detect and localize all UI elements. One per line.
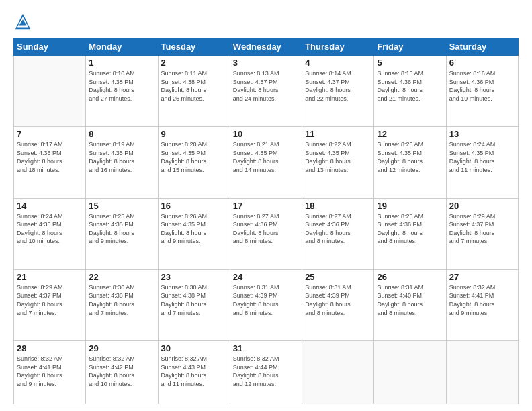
day-info: Sunrise: 8:30 AM Sunset: 4:38 PM Dayligh… bbox=[89, 283, 154, 317]
calendar-cell: 2Sunrise: 8:11 AM Sunset: 4:38 PM Daylig… bbox=[158, 56, 230, 127]
calendar-cell: 13Sunrise: 8:24 AM Sunset: 4:35 PM Dayli… bbox=[446, 127, 518, 198]
calendar-cell: 15Sunrise: 8:25 AM Sunset: 4:35 PM Dayli… bbox=[86, 198, 158, 269]
day-number: 17 bbox=[233, 201, 299, 211]
calendar-cell: 29Sunrise: 8:32 AM Sunset: 4:42 PM Dayli… bbox=[86, 341, 158, 404]
calendar-cell: 18Sunrise: 8:27 AM Sunset: 4:36 PM Dayli… bbox=[302, 198, 374, 269]
calendar-cell bbox=[14, 56, 86, 127]
day-info: Sunrise: 8:31 AM Sunset: 4:40 PM Dayligh… bbox=[377, 283, 443, 317]
day-number: 11 bbox=[305, 129, 371, 139]
weekday-header-tuesday: Tuesday bbox=[158, 38, 230, 56]
calendar-cell: 24Sunrise: 8:31 AM Sunset: 4:39 PM Dayli… bbox=[230, 269, 302, 340]
day-number: 7 bbox=[17, 129, 83, 139]
day-number: 31 bbox=[233, 343, 299, 353]
day-info: Sunrise: 8:21 AM Sunset: 4:35 PM Dayligh… bbox=[233, 140, 299, 174]
weekday-header-monday: Monday bbox=[86, 38, 158, 56]
weekday-header-saturday: Saturday bbox=[446, 38, 518, 56]
calendar-cell: 7Sunrise: 8:17 AM Sunset: 4:36 PM Daylig… bbox=[14, 127, 86, 198]
calendar-cell: 20Sunrise: 8:29 AM Sunset: 4:37 PM Dayli… bbox=[446, 198, 518, 269]
day-info: Sunrise: 8:17 AM Sunset: 4:36 PM Dayligh… bbox=[17, 140, 83, 174]
calendar-cell: 31Sunrise: 8:32 AM Sunset: 4:44 PM Dayli… bbox=[230, 341, 302, 404]
day-info: Sunrise: 8:10 AM Sunset: 4:38 PM Dayligh… bbox=[89, 69, 154, 103]
day-number: 2 bbox=[161, 58, 227, 68]
day-info: Sunrise: 8:13 AM Sunset: 4:37 PM Dayligh… bbox=[233, 69, 299, 103]
weekday-header-friday: Friday bbox=[374, 38, 446, 56]
calendar-cell: 8Sunrise: 8:19 AM Sunset: 4:35 PM Daylig… bbox=[86, 127, 158, 198]
day-number: 14 bbox=[17, 201, 83, 211]
day-info: Sunrise: 8:15 AM Sunset: 4:36 PM Dayligh… bbox=[377, 69, 443, 103]
day-number: 1 bbox=[89, 58, 154, 68]
calendar-cell bbox=[446, 341, 518, 404]
day-number: 6 bbox=[449, 58, 515, 68]
day-number: 27 bbox=[449, 272, 515, 282]
day-number: 26 bbox=[377, 272, 443, 282]
day-info: Sunrise: 8:23 AM Sunset: 4:35 PM Dayligh… bbox=[377, 140, 443, 174]
weekday-header-sunday: Sunday bbox=[14, 38, 86, 56]
day-info: Sunrise: 8:32 AM Sunset: 4:44 PM Dayligh… bbox=[233, 355, 299, 388]
calendar-cell: 6Sunrise: 8:16 AM Sunset: 4:36 PM Daylig… bbox=[446, 56, 518, 127]
logo bbox=[13, 12, 34, 31]
calendar-cell: 1Sunrise: 8:10 AM Sunset: 4:38 PM Daylig… bbox=[86, 56, 158, 127]
calendar-cell: 21Sunrise: 8:29 AM Sunset: 4:37 PM Dayli… bbox=[14, 269, 86, 340]
weekday-header-row: SundayMondayTuesdayWednesdayThursdayFrid… bbox=[14, 38, 519, 56]
day-info: Sunrise: 8:30 AM Sunset: 4:38 PM Dayligh… bbox=[161, 283, 227, 317]
calendar-cell: 9Sunrise: 8:20 AM Sunset: 4:35 PM Daylig… bbox=[158, 127, 230, 198]
day-number: 15 bbox=[89, 201, 154, 211]
calendar-cell bbox=[302, 341, 374, 404]
calendar-cell: 3Sunrise: 8:13 AM Sunset: 4:37 PM Daylig… bbox=[230, 56, 302, 127]
calendar-cell: 23Sunrise: 8:30 AM Sunset: 4:38 PM Dayli… bbox=[158, 269, 230, 340]
logo-icon bbox=[13, 12, 32, 31]
calendar-cell: 27Sunrise: 8:32 AM Sunset: 4:41 PM Dayli… bbox=[446, 269, 518, 340]
day-info: Sunrise: 8:16 AM Sunset: 4:36 PM Dayligh… bbox=[449, 69, 515, 103]
day-info: Sunrise: 8:27 AM Sunset: 4:36 PM Dayligh… bbox=[305, 212, 371, 246]
day-info: Sunrise: 8:24 AM Sunset: 4:35 PM Dayligh… bbox=[449, 140, 515, 174]
page: SundayMondayTuesdayWednesdayThursdayFrid… bbox=[0, 0, 532, 411]
calendar-cell: 17Sunrise: 8:27 AM Sunset: 4:36 PM Dayli… bbox=[230, 198, 302, 269]
calendar-week-4: 21Sunrise: 8:29 AM Sunset: 4:37 PM Dayli… bbox=[14, 269, 519, 340]
calendar-week-3: 14Sunrise: 8:24 AM Sunset: 4:35 PM Dayli… bbox=[14, 198, 519, 269]
calendar-week-1: 1Sunrise: 8:10 AM Sunset: 4:38 PM Daylig… bbox=[14, 56, 519, 127]
calendar-week-5: 28Sunrise: 8:32 AM Sunset: 4:41 PM Dayli… bbox=[14, 341, 519, 404]
weekday-header-wednesday: Wednesday bbox=[230, 38, 302, 56]
day-number: 3 bbox=[233, 58, 299, 68]
day-info: Sunrise: 8:25 AM Sunset: 4:35 PM Dayligh… bbox=[89, 212, 154, 246]
day-info: Sunrise: 8:32 AM Sunset: 4:42 PM Dayligh… bbox=[89, 355, 154, 388]
day-info: Sunrise: 8:32 AM Sunset: 4:41 PM Dayligh… bbox=[17, 355, 83, 388]
day-number: 30 bbox=[161, 343, 227, 353]
day-info: Sunrise: 8:32 AM Sunset: 4:43 PM Dayligh… bbox=[161, 355, 227, 388]
day-info: Sunrise: 8:20 AM Sunset: 4:35 PM Dayligh… bbox=[161, 140, 227, 174]
day-info: Sunrise: 8:31 AM Sunset: 4:39 PM Dayligh… bbox=[233, 283, 299, 317]
day-number: 18 bbox=[305, 201, 371, 211]
calendar-cell: 25Sunrise: 8:31 AM Sunset: 4:39 PM Dayli… bbox=[302, 269, 374, 340]
day-info: Sunrise: 8:19 AM Sunset: 4:35 PM Dayligh… bbox=[89, 140, 154, 174]
day-info: Sunrise: 8:27 AM Sunset: 4:36 PM Dayligh… bbox=[233, 212, 299, 246]
day-number: 20 bbox=[449, 201, 515, 211]
calendar-cell: 10Sunrise: 8:21 AM Sunset: 4:35 PM Dayli… bbox=[230, 127, 302, 198]
day-number: 4 bbox=[305, 58, 371, 68]
day-info: Sunrise: 8:31 AM Sunset: 4:39 PM Dayligh… bbox=[305, 283, 371, 317]
calendar-cell: 16Sunrise: 8:26 AM Sunset: 4:35 PM Dayli… bbox=[158, 198, 230, 269]
day-number: 23 bbox=[161, 272, 227, 282]
day-number: 24 bbox=[233, 272, 299, 282]
header bbox=[13, 12, 519, 31]
calendar-cell: 11Sunrise: 8:22 AM Sunset: 4:35 PM Dayli… bbox=[302, 127, 374, 198]
day-number: 19 bbox=[377, 201, 443, 211]
day-number: 29 bbox=[89, 343, 154, 353]
day-number: 28 bbox=[17, 343, 83, 353]
day-number: 5 bbox=[377, 58, 443, 68]
day-number: 21 bbox=[17, 272, 83, 282]
day-info: Sunrise: 8:11 AM Sunset: 4:38 PM Dayligh… bbox=[161, 69, 227, 103]
day-info: Sunrise: 8:26 AM Sunset: 4:35 PM Dayligh… bbox=[161, 212, 227, 246]
calendar-cell bbox=[374, 341, 446, 404]
calendar-cell: 26Sunrise: 8:31 AM Sunset: 4:40 PM Dayli… bbox=[374, 269, 446, 340]
day-info: Sunrise: 8:32 AM Sunset: 4:41 PM Dayligh… bbox=[449, 283, 515, 317]
calendar-cell: 12Sunrise: 8:23 AM Sunset: 4:35 PM Dayli… bbox=[374, 127, 446, 198]
day-number: 10 bbox=[233, 129, 299, 139]
calendar-cell: 28Sunrise: 8:32 AM Sunset: 4:41 PM Dayli… bbox=[14, 341, 86, 404]
calendar-cell: 4Sunrise: 8:14 AM Sunset: 4:37 PM Daylig… bbox=[302, 56, 374, 127]
day-info: Sunrise: 8:29 AM Sunset: 4:37 PM Dayligh… bbox=[17, 283, 83, 317]
calendar-cell: 14Sunrise: 8:24 AM Sunset: 4:35 PM Dayli… bbox=[14, 198, 86, 269]
day-number: 22 bbox=[89, 272, 154, 282]
calendar-cell: 30Sunrise: 8:32 AM Sunset: 4:43 PM Dayli… bbox=[158, 341, 230, 404]
calendar-table: SundayMondayTuesdayWednesdayThursdayFrid… bbox=[13, 38, 519, 404]
day-number: 16 bbox=[161, 201, 227, 211]
